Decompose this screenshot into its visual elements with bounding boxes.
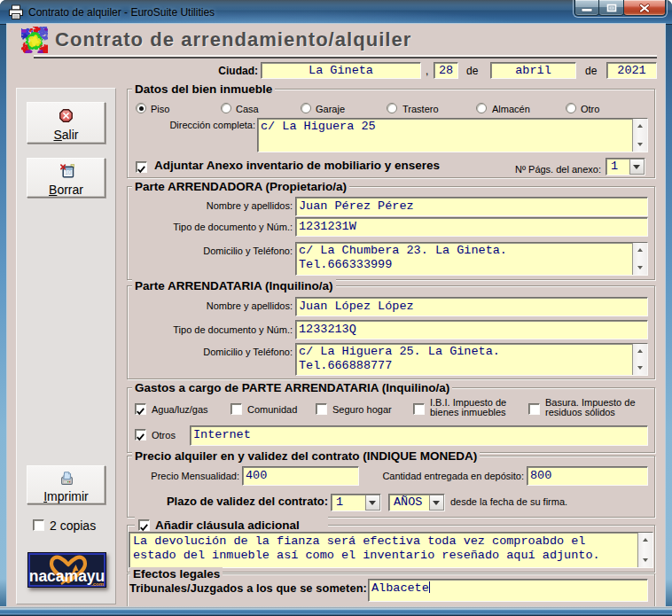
svg-text:10: 10 <box>65 169 72 175</box>
